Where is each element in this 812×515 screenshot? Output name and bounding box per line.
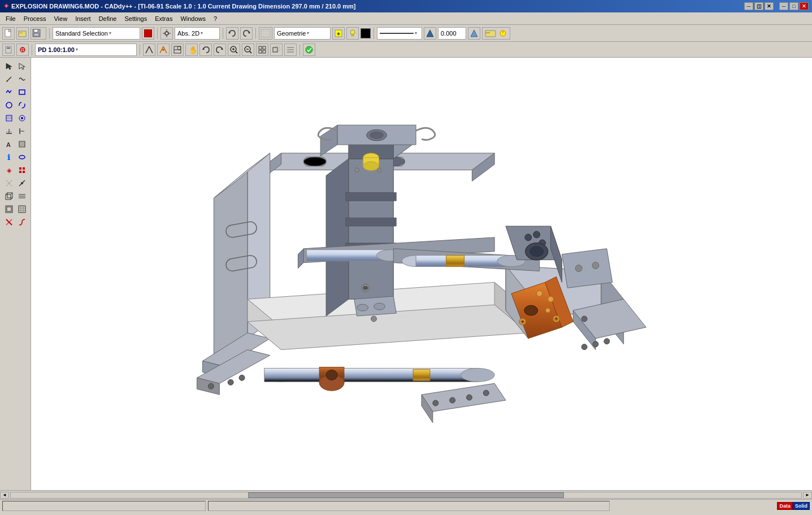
snap-toggle-btn[interactable] <box>16 44 29 56</box>
linewidth-input[interactable]: 0.000 <box>438 27 466 40</box>
dim-h-tool-btn[interactable] <box>3 125 15 137</box>
select2-tool-btn[interactable] <box>16 60 28 72</box>
minimize-btn[interactable]: ─ <box>779 2 788 10</box>
zoom-select-btn[interactable] <box>3 177 15 189</box>
arc-tool-btn[interactable] <box>16 99 28 111</box>
svg-marker-66 <box>19 63 25 70</box>
cad-drawing <box>31 58 812 490</box>
midpoint-btn[interactable] <box>157 44 170 56</box>
scroll-left-btn[interactable]: ◄ <box>0 492 9 499</box>
tool-row-7: A <box>3 138 28 150</box>
dim-v-tool-btn[interactable] <box>16 125 28 137</box>
frame-tool-btn[interactable] <box>3 203 15 215</box>
zigzag-tool-btn[interactable] <box>3 86 15 98</box>
open-btn[interactable] <box>16 27 29 40</box>
coord-mode-text: Abs. 2D <box>177 30 199 37</box>
grid-dots-btn[interactable] <box>259 27 272 40</box>
left-toolbar: A ℹ ◈ <box>0 58 31 490</box>
svg-point-218 <box>483 390 489 396</box>
layer-dropdown[interactable]: Geometrie ▾ <box>274 27 331 40</box>
hatch2-tool-btn[interactable] <box>16 138 28 150</box>
svg-rect-1 <box>8 29 11 32</box>
layer-text: Geometrie <box>277 30 306 37</box>
extra-btn1[interactable] <box>482 27 510 40</box>
scroll-thumb-h[interactable] <box>248 492 565 498</box>
pan-btn[interactable]: ✋ <box>185 44 198 56</box>
selection-dropdown[interactable]: Standard Selection ▾ <box>53 27 140 40</box>
menu-item-extras[interactable]: Extras <box>151 14 176 23</box>
redo-btn[interactable] <box>240 27 253 40</box>
select-tool-btn[interactable] <box>3 60 15 72</box>
black-color-box[interactable] <box>361 28 371 38</box>
svg-marker-65 <box>6 63 12 70</box>
menu-item-process[interactable]: Process <box>20 14 50 23</box>
fillet-tool-btn[interactable] <box>16 216 28 228</box>
text-tool-btn[interactable]: A <box>3 138 15 150</box>
zoom-area-btn[interactable] <box>228 44 240 56</box>
new-btn[interactable] <box>2 27 15 40</box>
snap-btn[interactable] <box>160 27 173 40</box>
table-tool-btn[interactable] <box>16 203 28 215</box>
ellipse-tool-btn[interactable] <box>16 151 28 163</box>
cut-tool-btn[interactable] <box>3 216 15 228</box>
layer-color-btn1[interactable]: ◈ <box>332 27 345 40</box>
menu-item-insert[interactable]: Insert <box>72 14 94 23</box>
hatch-tool-btn[interactable] <box>3 112 15 124</box>
tool-row-6 <box>3 125 28 137</box>
menu-item-windows[interactable]: Windows <box>177 14 209 23</box>
toolbar2: PD 1.00:1.00 ▾ ✋ <box>0 42 812 58</box>
snap-point-btn[interactable] <box>143 44 155 56</box>
linewidth-icon[interactable] <box>424 27 436 40</box>
canvas-area[interactable] <box>31 58 812 490</box>
scroll-right-btn[interactable]: ► <box>803 492 812 499</box>
svg-rect-106 <box>7 207 11 211</box>
box3d-tool-btn[interactable] <box>3 190 15 202</box>
color-marker-btn[interactable]: ◈ <box>3 164 15 176</box>
menu-item-settings[interactable]: Settings <box>121 14 150 23</box>
menu-item-define[interactable]: Define <box>95 14 120 23</box>
layers3d-tool-btn[interactable] <box>16 190 28 202</box>
menu-item-file[interactable]: File <box>2 14 19 23</box>
toolbar-grip-btn[interactable] <box>284 44 297 56</box>
coord-dropdown[interactable]: Abs. 2D ▾ <box>175 27 220 40</box>
zoom-out-btn[interactable] <box>242 44 254 56</box>
red-selection-icon[interactable] <box>142 27 154 40</box>
inner-restore-btn[interactable]: ◫ <box>754 2 763 10</box>
zoom-fit-btn[interactable] <box>256 44 268 56</box>
linecolor-icon[interactable] <box>468 27 480 40</box>
confirm-btn[interactable] <box>303 44 315 56</box>
save-btn[interactable] <box>31 27 46 40</box>
inner-minimize-btn[interactable]: ─ <box>744 2 753 10</box>
undo2-btn[interactable] <box>199 44 212 56</box>
undo-btn[interactable] <box>226 27 238 40</box>
rect-tool-btn[interactable] <box>16 86 28 98</box>
command-dropdown[interactable]: PD 1.00:1.00 ▾ <box>35 44 137 56</box>
menu-item-?[interactable]: ? <box>210 14 220 23</box>
layer-toggle-btn[interactable] <box>2 44 15 56</box>
layer-bulb-btn[interactable] <box>346 27 359 40</box>
tool-row-2 <box>3 73 28 85</box>
svg-rect-32 <box>6 46 11 53</box>
inner-close-btn[interactable]: ✕ <box>765 2 774 10</box>
pattern-tool-btn[interactable] <box>16 164 28 176</box>
close-btn[interactable]: ✕ <box>800 2 809 10</box>
scroll-track-h[interactable] <box>10 492 802 499</box>
svg-point-142 <box>581 344 587 350</box>
point-tool-btn[interactable] <box>16 177 28 189</box>
snap-zoom-btn[interactable] <box>171 44 184 56</box>
menu-item-view[interactable]: View <box>50 14 71 23</box>
circle2-tool-btn[interactable] <box>16 112 28 124</box>
linetype-dropdown[interactable]: ▾ <box>377 27 422 40</box>
circle-tool-btn[interactable] <box>3 99 15 111</box>
pen-tool-btn[interactable] <box>3 73 15 85</box>
rotate-view-btn[interactable] <box>270 44 283 56</box>
svg-rect-28 <box>485 31 496 37</box>
svg-point-159 <box>363 162 379 171</box>
svg-point-23 <box>350 30 355 34</box>
wave-tool-btn[interactable] <box>16 73 28 85</box>
info-tool-btn[interactable]: ℹ <box>3 151 15 163</box>
maximize-btn[interactable]: □ <box>789 2 798 10</box>
redo2-btn[interactable] <box>214 44 226 56</box>
titlebar-controls: ─ ◫ ✕ ─ □ ✕ <box>744 2 809 10</box>
svg-line-53 <box>250 51 251 53</box>
